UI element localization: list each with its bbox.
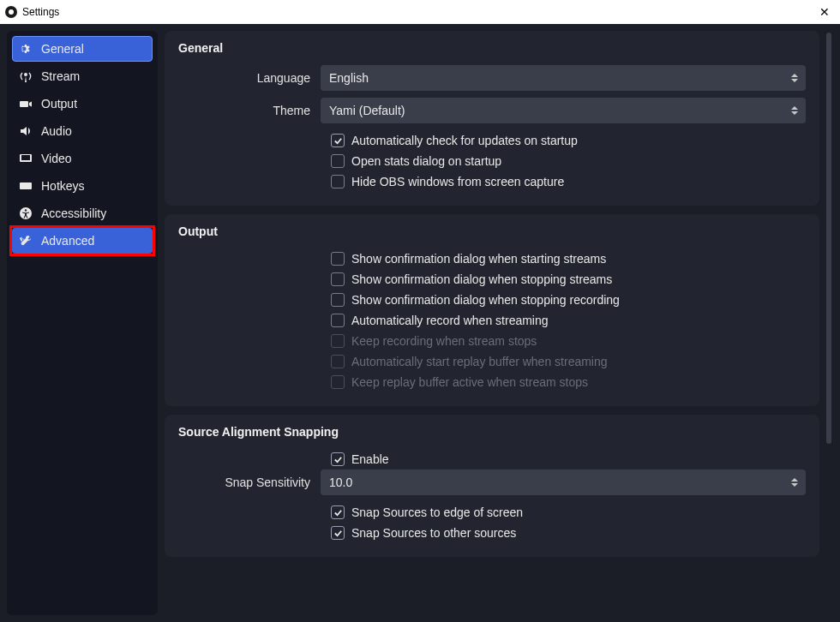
checkbox-snap-enable[interactable] (331, 452, 345, 466)
sidebar-item-hotkeys[interactable]: Hotkeys (12, 173, 153, 199)
sidebar-item-label: Stream (41, 69, 80, 83)
sidebar-item-label: Accessibility (41, 206, 106, 220)
snap-other-label: Snap Sources to other sources (351, 526, 516, 540)
checkbox-keep-replay (331, 375, 345, 389)
panel-output: Output Show confirmation dialog when sta… (165, 214, 819, 406)
scrollbar-thumb[interactable] (826, 33, 831, 444)
sidebar: General Stream Output Audio Video (7, 31, 158, 615)
checkbox-auto-record[interactable] (331, 314, 345, 327)
snap-enable-label: Enable (351, 452, 389, 466)
language-label: Language (178, 71, 321, 85)
sidebar-item-label: General (41, 42, 84, 56)
window-title: Settings (22, 6, 59, 18)
snap-enable-row[interactable]: Enable (331, 449, 806, 469)
confirm-start-stream-row[interactable]: Show confirmation dialog when starting s… (331, 248, 806, 269)
check-updates-row[interactable]: Automatically check for updates on start… (331, 130, 806, 151)
checkbox-confirm-stop-recording[interactable] (331, 293, 345, 307)
auto-record-row[interactable]: Automatically record when streaming (331, 310, 806, 331)
sidebar-item-audio[interactable]: Audio (12, 118, 153, 144)
keep-recording-row: Keep recording when stream stops (331, 331, 806, 351)
sidebar-item-label: Video (41, 152, 72, 165)
snap-edge-row[interactable]: Snap Sources to edge of screen (331, 502, 806, 523)
keyboard-icon (19, 179, 33, 193)
content-area: General Language English Theme Yami (165, 31, 833, 615)
panel-title-output: Output (178, 224, 806, 238)
confirm-stop-stream-label: Show confirmation dialog when stopping s… (351, 272, 612, 286)
gear-icon (19, 42, 33, 56)
checkbox-open-stats[interactable] (331, 154, 345, 168)
sidebar-item-video[interactable]: Video (12, 146, 153, 171)
updown-icon (787, 74, 802, 82)
keep-replay-row: Keep replay buffer active when stream st… (331, 372, 806, 392)
open-stats-label: Open stats dialog on startup (351, 154, 501, 168)
keep-recording-label: Keep recording when stream stops (351, 334, 537, 348)
checkbox-auto-replay (331, 355, 345, 368)
confirm-start-stream-label: Show confirmation dialog when starting s… (351, 252, 606, 266)
close-icon[interactable]: ✕ (814, 5, 835, 19)
confirm-stop-recording-row[interactable]: Show confirmation dialog when stopping r… (331, 290, 806, 310)
speaker-icon (19, 124, 33, 138)
sidebar-item-general[interactable]: General (12, 36, 153, 62)
auto-replay-row: Automatically start replay buffer when s… (331, 351, 806, 372)
checkbox-snap-other[interactable] (331, 526, 345, 540)
open-stats-row[interactable]: Open stats dialog on startup (331, 151, 806, 171)
hide-windows-row[interactable]: Hide OBS windows from screen capture (331, 171, 806, 192)
auto-record-label: Automatically record when streaming (351, 314, 549, 327)
snap-sensitivity-value: 10.0 (329, 475, 352, 489)
sidebar-item-label: Advanced (41, 234, 94, 248)
svg-point-1 (25, 209, 27, 211)
antenna-icon (19, 69, 33, 83)
checkbox-check-updates[interactable] (331, 134, 345, 147)
confirm-stop-recording-label: Show confirmation dialog when stopping r… (351, 293, 620, 307)
panel-general: General Language English Theme Yami (165, 31, 819, 206)
tools-icon (19, 234, 33, 248)
sidebar-item-output[interactable]: Output (12, 91, 153, 117)
updown-icon (787, 478, 802, 487)
monitor-icon (19, 152, 33, 165)
snap-other-row[interactable]: Snap Sources to other sources (331, 523, 806, 543)
snap-sensitivity-label: Snap Sensitivity (178, 475, 321, 489)
checkbox-hide-windows[interactable] (331, 175, 345, 188)
app-icon (5, 6, 17, 18)
theme-value: Yami (Default) (329, 104, 405, 117)
checkbox-confirm-start-stream[interactable] (331, 252, 345, 266)
checkbox-keep-recording (331, 334, 345, 348)
language-value: English (329, 71, 369, 85)
sidebar-item-accessibility[interactable]: Accessibility (12, 200, 153, 226)
auto-replay-label: Automatically start replay buffer when s… (351, 355, 608, 368)
language-select[interactable]: English (321, 65, 806, 91)
sidebar-item-stream[interactable]: Stream (12, 63, 153, 89)
sidebar-item-advanced[interactable]: Advanced (12, 228, 153, 254)
theme-label: Theme (178, 104, 321, 117)
window-body: General Stream Output Audio Video (0, 24, 840, 622)
panel-title-general: General (178, 41, 806, 55)
checkbox-confirm-stop-stream[interactable] (331, 272, 345, 286)
checkbox-snap-edge[interactable] (331, 505, 345, 519)
panel-title-snapping: Source Alignment Snapping (178, 425, 806, 439)
scrollbar[interactable] (825, 33, 833, 613)
theme-select[interactable]: Yami (Default) (321, 98, 806, 123)
panel-snapping: Source Alignment Snapping Enable Snap Se… (165, 415, 819, 557)
check-updates-label: Automatically check for updates on start… (351, 134, 578, 147)
confirm-stop-stream-row[interactable]: Show confirmation dialog when stopping s… (331, 269, 806, 290)
updown-icon (787, 106, 802, 115)
snap-edge-label: Snap Sources to edge of screen (351, 505, 523, 519)
hide-windows-label: Hide OBS windows from screen capture (351, 175, 564, 188)
titlebar: Settings ✕ (0, 0, 840, 24)
snap-sensitivity-input[interactable]: 10.0 (321, 469, 806, 495)
camcorder-icon (19, 97, 33, 111)
sidebar-item-label: Audio (41, 124, 72, 138)
sidebar-item-label: Hotkeys (41, 179, 85, 193)
keep-replay-label: Keep replay buffer active when stream st… (351, 375, 588, 389)
accessibility-icon (19, 206, 33, 220)
sidebar-item-label: Output (41, 97, 77, 111)
